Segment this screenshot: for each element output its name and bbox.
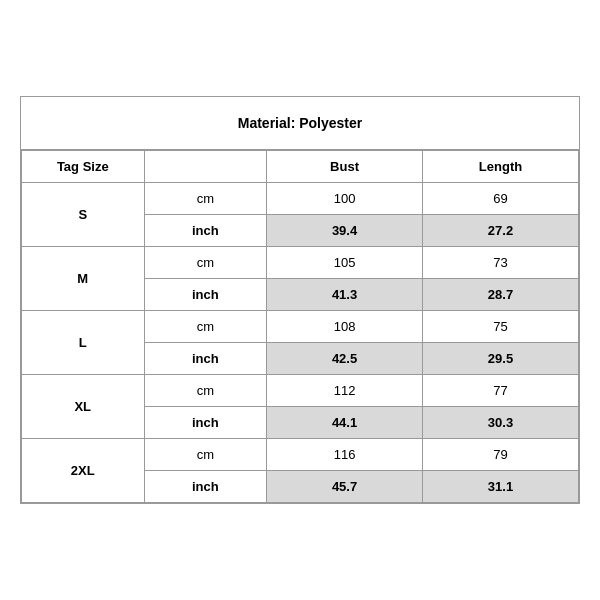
bust-value-cm: 108	[267, 311, 423, 343]
bust-value-cm: 112	[267, 375, 423, 407]
table-row: Scm10069	[22, 183, 579, 215]
length-value-inch: 29.5	[423, 343, 579, 375]
bust-value-inch: 42.5	[267, 343, 423, 375]
length-value-inch: 27.2	[423, 215, 579, 247]
unit-label-inch: inch	[144, 343, 267, 375]
length-value-inch: 30.3	[423, 407, 579, 439]
length-value-inch: 28.7	[423, 279, 579, 311]
bust-value-inch: 44.1	[267, 407, 423, 439]
bust-value-inch: 45.7	[267, 471, 423, 503]
unit-label-cm: cm	[144, 311, 267, 343]
length-value-cm: 77	[423, 375, 579, 407]
tag-size-cell: M	[22, 247, 145, 311]
bust-value-inch: 41.3	[267, 279, 423, 311]
size-table: Tag Size Bust Length Scm10069inch39.427.…	[21, 150, 579, 503]
length-value-cm: 79	[423, 439, 579, 471]
length-value-inch: 31.1	[423, 471, 579, 503]
tag-size-cell: 2XL	[22, 439, 145, 503]
table-row: Mcm10573	[22, 247, 579, 279]
length-value-cm: 73	[423, 247, 579, 279]
bust-value-cm: 100	[267, 183, 423, 215]
header-tag-size: Tag Size	[22, 151, 145, 183]
tag-size-cell: L	[22, 311, 145, 375]
unit-label-cm: cm	[144, 439, 267, 471]
header-length: Length	[423, 151, 579, 183]
unit-label-cm: cm	[144, 375, 267, 407]
table-row: Lcm10875	[22, 311, 579, 343]
unit-label-cm: cm	[144, 183, 267, 215]
length-value-cm: 69	[423, 183, 579, 215]
bust-value-cm: 105	[267, 247, 423, 279]
unit-label-inch: inch	[144, 471, 267, 503]
unit-label-inch: inch	[144, 407, 267, 439]
size-chart-container: Material: Polyester Tag Size Bust Length…	[20, 96, 580, 504]
table-row: XLcm11277	[22, 375, 579, 407]
tag-size-cell: S	[22, 183, 145, 247]
length-value-cm: 75	[423, 311, 579, 343]
header-unit	[144, 151, 267, 183]
tag-size-cell: XL	[22, 375, 145, 439]
table-row: 2XLcm11679	[22, 439, 579, 471]
header-bust: Bust	[267, 151, 423, 183]
chart-title: Material: Polyester	[21, 97, 579, 150]
bust-value-cm: 116	[267, 439, 423, 471]
bust-value-inch: 39.4	[267, 215, 423, 247]
unit-label-inch: inch	[144, 279, 267, 311]
unit-label-inch: inch	[144, 215, 267, 247]
unit-label-cm: cm	[144, 247, 267, 279]
